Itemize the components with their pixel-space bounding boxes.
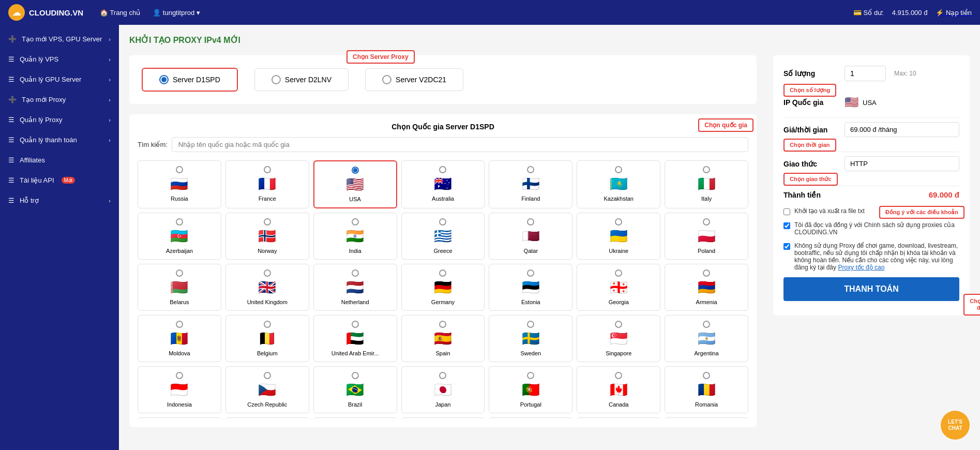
country-name: Australia: [432, 196, 454, 202]
country-name: Azerbaijan: [166, 248, 193, 254]
country-name: India: [349, 248, 361, 254]
server-option-d1spd[interactable]: Server D1SPD: [142, 68, 238, 92]
country-flag: 🇵🇱: [698, 228, 716, 245]
chat-widget[interactable]: LET'S CHAT: [941, 411, 970, 440]
country-radio: [527, 372, 534, 379]
giao-thuc-select[interactable]: HTTP SOCKS5: [845, 156, 959, 171]
country-card[interactable]: 🇵🇹Portugal: [489, 366, 572, 413]
country-card[interactable]: 🇶🇦Qatar: [489, 213, 572, 260]
country-name: Belarus: [170, 299, 189, 305]
main-content: KHỞI TẠO PROXY IPv4 MỚI Chọn Server Prox…: [119, 25, 980, 450]
sidebar-item-affiliates[interactable]: ☰ Affiliates: [0, 150, 119, 170]
so-luong-input[interactable]: [845, 66, 886, 81]
country-card[interactable]: 🇨🇿Czech Republic: [225, 366, 309, 413]
country-card[interactable]: 🇱🇹Lithuania: [577, 417, 660, 419]
sidebar-item-billing[interactable]: ☰ Quản lý thanh toán ›: [0, 130, 119, 150]
country-card[interactable]: 🇰🇿Kazakhstan: [577, 160, 660, 208]
country-card[interactable]: 🇧🇷Brazil: [313, 366, 397, 413]
server-v2dc21-label: Server V2DC21: [396, 76, 446, 84]
list-icon: ☰: [8, 116, 14, 124]
sidebar-item-manage-proxy[interactable]: ☰ Quản lý Proxy ›: [0, 110, 119, 130]
country-radio-inner: [353, 168, 357, 172]
country-card[interactable]: 🇨🇦Canada: [577, 366, 660, 413]
country-card[interactable]: 🇷🇺Russia: [138, 160, 221, 208]
country-name: Argentina: [695, 350, 719, 356]
nav-user[interactable]: 👤 tungtitprod ▾: [153, 9, 200, 17]
country-flag: 🇸🇪: [522, 330, 540, 347]
country-card[interactable]: 🇹🇷Turkey: [401, 417, 485, 419]
export-txt-checkbox[interactable]: [783, 208, 790, 215]
country-card[interactable]: 🇱🇻Latvia: [665, 417, 748, 419]
country-flag: 🇸🇬: [610, 330, 628, 347]
country-card[interactable]: 🇳🇴Norway: [225, 213, 309, 260]
country-card[interactable]: 🇧🇩Bangladesh: [489, 417, 572, 419]
sidebar-item-manage-gpu[interactable]: ☰ Quản lý GPU Server ›: [0, 69, 119, 89]
arrow-icon: ›: [109, 36, 111, 42]
country-flag: 🇧🇾: [170, 279, 188, 296]
no-abuse-checkbox[interactable]: [783, 243, 790, 250]
country-name: Italy: [701, 196, 712, 202]
country-card[interactable]: 🇨🇭Switzerland: [313, 417, 397, 419]
nav-home[interactable]: 🏠 Trang chủ: [100, 9, 140, 17]
country-card[interactable]: 🇸🇬Singapore: [577, 315, 660, 362]
list-icon: ☰: [8, 156, 14, 164]
country-card[interactable]: 🇦🇷Argentina: [665, 315, 748, 362]
proxy-link[interactable]: Proxy tốc độ cao: [838, 264, 884, 271]
ip-quocgia-row: IP Quốc gia 🇺🇸 USA: [783, 96, 959, 109]
country-card[interactable]: 🇮🇳India: [313, 213, 397, 260]
country-card[interactable]: 🇫🇷France: [225, 160, 309, 208]
country-flag: 🇫🇷: [258, 175, 276, 192]
sidebar-item-api-docs[interactable]: ☰ Tài liệu API Mới: [0, 170, 119, 190]
country-radio: [352, 218, 359, 226]
search-input[interactable]: [172, 137, 748, 152]
server-selection: Chọn Server Proxy Server D1SPD Server D2…: [129, 55, 757, 104]
country-card[interactable]: 🇺🇦Ukraine: [577, 213, 660, 260]
country-card[interactable]: 🇧🇪Belgium: [225, 315, 309, 362]
country-card[interactable]: 🇩🇪Germany: [401, 264, 485, 311]
country-card[interactable]: 🇬🇷Greece: [401, 213, 485, 260]
country-card[interactable]: 🇮🇩Indonesia: [138, 366, 221, 413]
country-radio: [615, 321, 622, 328]
country-radio: [439, 218, 446, 226]
country-card[interactable]: 🇦🇿Azerbaijan: [138, 213, 221, 260]
country-card[interactable]: 🇨🇳China: [225, 417, 309, 419]
country-flag: 🇧🇪: [258, 330, 276, 347]
list-icon: ☰: [8, 136, 14, 144]
country-card[interactable]: 🇪🇸Spain: [401, 315, 485, 362]
country-card[interactable]: 🇫🇮Finland: [489, 160, 572, 208]
balance-label: 💳 Số dư:: [853, 9, 884, 17]
country-card[interactable]: 🇳🇱Netherland: [313, 264, 397, 311]
country-card[interactable]: 🇪🇪Estonia: [489, 264, 572, 311]
plus-icon: ➕: [8, 35, 17, 43]
country-card[interactable]: 🇷🇴Romania: [665, 366, 748, 413]
country-card[interactable]: 🇯🇵Japan: [401, 366, 485, 413]
country-card[interactable]: 🇦🇲Armenia: [665, 264, 748, 311]
country-card[interactable]: 🇺🇸USA: [313, 160, 397, 208]
agree-checkbox[interactable]: [783, 222, 790, 229]
country-card[interactable]: 🇵🇱Poland: [665, 213, 748, 260]
country-flag: 🇮🇳: [346, 228, 364, 245]
country-card[interactable]: 🇧🇾Belarus: [138, 264, 221, 311]
server-option-v2dc21[interactable]: Server V2DC21: [365, 68, 463, 91]
country-card[interactable]: 🇬🇧United Kingdom: [225, 264, 309, 311]
country-card[interactable]: 🇲🇩Moldova: [138, 315, 221, 362]
country-card[interactable]: 🇸🇪Sweden: [489, 315, 572, 362]
giao-thuc-tooltip: Chọn giao thức: [783, 173, 838, 186]
sidebar-item-manage-vps[interactable]: ☰ Quản lý VPS ›: [0, 49, 119, 69]
brand-icon: ☁: [8, 4, 25, 21]
server-option-d2lnv[interactable]: Server D2LNV: [254, 68, 349, 91]
country-flag: 🇮🇩: [170, 381, 188, 398]
country-card[interactable]: 🇬🇪Georgia: [577, 264, 660, 311]
gia-select[interactable]: 69.000 đ /tháng 138.000 đ /2 tháng: [845, 122, 959, 137]
sidebar-item-support[interactable]: ☰ Hỗ trợ ›: [0, 190, 119, 211]
topup-link[interactable]: ⚡ Nạp tiền: [936, 9, 972, 17]
country-card[interactable]: 🇦🇪United Arab Emir...: [313, 315, 397, 362]
country-card[interactable]: 🇦🇺Australia: [401, 160, 485, 208]
country-card[interactable]: 🇮🇹Italy: [665, 160, 748, 208]
sidebar-item-create-proxy[interactable]: ➕ Tạo mới Proxy ›: [0, 89, 119, 110]
thanh-toan-button[interactable]: THANH TOÁN: [783, 277, 959, 301]
sidebar-item-create-vps[interactable]: ➕ Tạo mới VPS, GPU Server ›: [0, 29, 119, 49]
agree-tooltip: Đồng ý với các điều khoản: [879, 206, 964, 219]
country-card[interactable]: 🇵🇪Peru: [138, 417, 221, 419]
country-radio: [703, 372, 710, 379]
